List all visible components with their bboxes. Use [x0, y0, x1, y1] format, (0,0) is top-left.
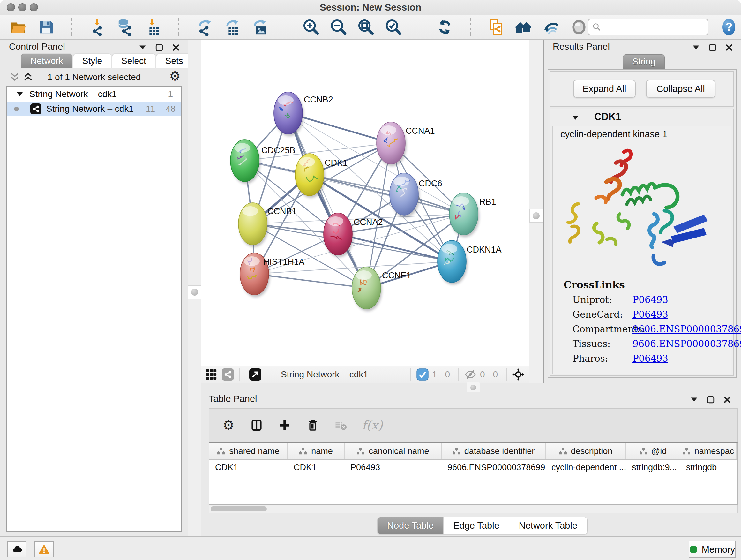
network-row-selected[interactable]: String Network – cdk1 11 48 [7, 102, 181, 116]
section-collapse-icon[interactable] [571, 114, 580, 122]
table-row[interactable]: CDK1CDK1P064939606.ENSP00000378699cyclin… [209, 460, 737, 475]
app-store-cloud-button[interactable] [7, 542, 26, 557]
detach-view-icon[interactable] [249, 368, 262, 381]
node-label-CDC6: CDC6 [419, 179, 442, 188]
tab-select[interactable]: Select [112, 54, 155, 68]
tab-string[interactable]: String [623, 54, 665, 69]
left-splitter[interactable] [188, 40, 201, 537]
maximize-panel-icon[interactable] [709, 44, 717, 52]
crosslink-link[interactable]: P06493 [632, 353, 668, 364]
crosslink-link[interactable]: P06493 [632, 309, 668, 320]
network-node-CCNB1[interactable] [239, 203, 268, 247]
main-toolbar: ? [0, 15, 741, 40]
export-table-icon[interactable] [223, 18, 241, 36]
maximize-panel-icon[interactable] [155, 44, 163, 52]
table-horizontal-scrollbar[interactable] [209, 505, 738, 513]
column-header-name[interactable]: name [288, 443, 345, 459]
tab-style[interactable]: Style [73, 54, 111, 68]
crosslink-link[interactable]: 9606.ENSP00000378699 [632, 338, 741, 349]
clone-network-icon[interactable] [488, 18, 506, 36]
float-panel-icon[interactable] [138, 44, 147, 52]
network-node-CDC25B[interactable] [230, 139, 260, 184]
show-graphics-details-icon[interactable] [542, 18, 560, 36]
crosslink-link[interactable]: P06493 [632, 294, 668, 305]
float-panel-icon[interactable] [692, 44, 700, 52]
network-node-CDC6[interactable] [390, 173, 420, 217]
column-header-canonical-name[interactable]: canonical name [345, 443, 442, 459]
column-header-namespac[interactable]: namespac [680, 443, 737, 459]
maximize-panel-icon[interactable] [706, 395, 715, 404]
tab-edge-table[interactable]: Edge Table [444, 517, 509, 534]
table-panel-tabs: Node TableEdge TableNetwork Table [377, 517, 588, 534]
table-options-gear-icon[interactable]: ⚙ [221, 418, 235, 432]
column-header-@id[interactable]: @id [626, 443, 680, 459]
network-edge-count: 48 [155, 104, 176, 114]
float-panel-icon[interactable] [690, 395, 698, 404]
show-columns-icon[interactable] [250, 418, 264, 432]
network-node-RB1[interactable] [449, 193, 479, 237]
control-panel: Control Panel NetworkStyleSelectSets 1 o… [0, 40, 188, 537]
tab-network[interactable]: Network [21, 54, 72, 68]
memory-button[interactable]: Memory [689, 541, 736, 558]
network-canvas[interactable]: CCNB2CCNA1CDC25BCDK1CDC6RB1CCNB1CCNA2CDK… [201, 40, 529, 366]
tab-sets[interactable]: Sets [156, 54, 192, 68]
network-selection-status: 1 of 1 Network selected [6, 72, 182, 82]
selected-nodes-checkbox[interactable] [416, 368, 429, 381]
network-share-view-icon[interactable] [221, 368, 234, 381]
scrollbar-thumb[interactable] [211, 506, 267, 511]
import-table-icon[interactable] [144, 18, 161, 36]
network-node-CCNB2[interactable] [274, 92, 304, 136]
node-description: cyclin-dependent kinase 1 [560, 129, 667, 139]
network-node-CCNE1[interactable] [352, 267, 382, 311]
create-column-icon[interactable] [278, 418, 292, 432]
crosslink-row: Compartments:9606.ENSP00000378699 [553, 324, 731, 338]
apply-layout-icon[interactable] [436, 18, 454, 36]
table-header-row: shared namenamecanonical namedatabase id… [209, 443, 737, 460]
right-splitter[interactable] [529, 40, 543, 383]
warnings-button[interactable] [35, 542, 54, 557]
left-splitter-handle[interactable] [188, 286, 201, 299]
search-field[interactable] [588, 19, 709, 36]
tab-node-table[interactable]: Node Table [378, 517, 444, 534]
column-header-shared-name[interactable]: shared name [209, 443, 288, 459]
column-header-description[interactable]: description [546, 443, 626, 459]
network-edge-CCNE1-HIST1H1A[interactable] [254, 274, 366, 288]
close-panel-icon[interactable] [172, 44, 180, 52]
column-header-database-identifier[interactable]: database identifier [442, 443, 546, 459]
network-selection-row: 1 of 1 Network selected ⚙ [0, 70, 188, 84]
zoom-selected-icon[interactable] [384, 18, 402, 36]
delete-column-icon[interactable] [306, 418, 320, 432]
search-input[interactable] [604, 20, 741, 34]
control-panel-tabs: NetworkStyleSelectSets [21, 54, 193, 68]
home-icon[interactable] [515, 18, 533, 36]
zoom-out-icon[interactable] [329, 18, 347, 36]
string-results-container: Expand All Collapse All CDK1 cyclin-depe… [548, 69, 737, 378]
collection-expand-icon[interactable] [16, 89, 23, 99]
close-panel-icon[interactable] [725, 44, 733, 52]
node-details-body: cyclin-dependent kinase 1 [552, 126, 731, 374]
birds-eye-icon[interactable] [570, 18, 588, 36]
open-session-icon[interactable] [10, 18, 27, 36]
horizontal-splitter[interactable] [201, 383, 741, 392]
network-collection-row[interactable]: String Network – cdk1 1 [7, 87, 181, 102]
zoom-in-icon[interactable] [302, 18, 320, 36]
pan-crosshair-icon[interactable] [512, 368, 525, 381]
expand-all-button[interactable]: Expand All [573, 80, 636, 98]
crosslink-label: Tissues: [572, 338, 610, 349]
export-network-icon[interactable] [195, 18, 213, 36]
crosslink-link[interactable]: 9606.ENSP00000378699 [632, 324, 741, 334]
grid-view-icon[interactable] [205, 368, 218, 381]
import-network-from-file-icon[interactable] [89, 18, 107, 36]
close-panel-icon[interactable] [723, 395, 731, 404]
tab-network-table[interactable]: Network Table [509, 517, 587, 534]
network-node-CDKN1A[interactable] [437, 240, 468, 285]
network-options-gear-icon[interactable]: ⚙ [169, 69, 181, 83]
network-node-CCNA2[interactable] [324, 213, 354, 257]
zoom-fit-icon[interactable] [357, 18, 375, 36]
save-session-icon[interactable] [37, 18, 55, 36]
right-splitter-handle[interactable] [529, 209, 543, 223]
collapse-all-button[interactable]: Collapse All [646, 80, 716, 98]
crosslink-label: Uniprot: [572, 294, 612, 305]
export-image-icon[interactable] [250, 18, 268, 36]
import-network-from-database-icon[interactable] [116, 18, 134, 36]
